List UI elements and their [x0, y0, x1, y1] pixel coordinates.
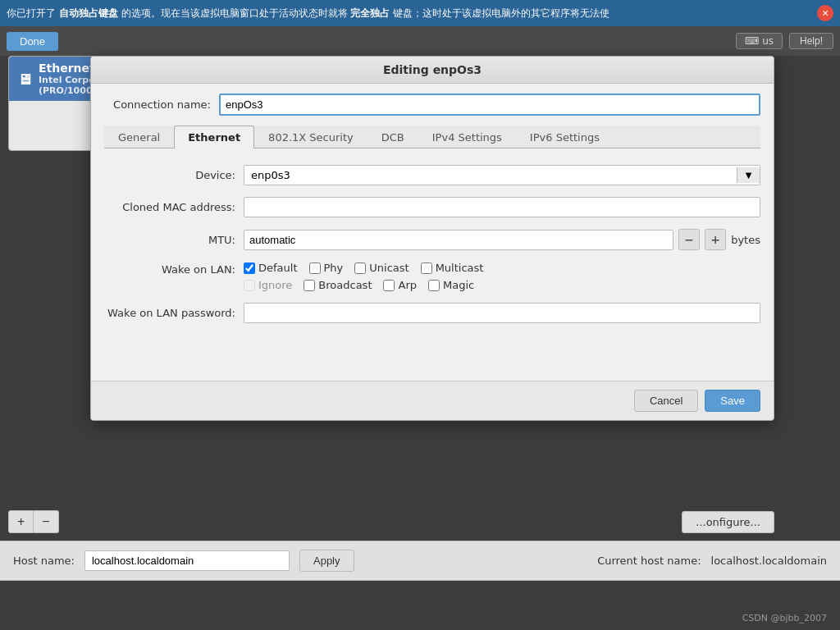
mtu-increment-button[interactable]: +: [705, 229, 726, 250]
keyboard-indicator: ⌨ us: [736, 33, 783, 49]
hostname-bar: Host name: Apply Current host name: loca…: [0, 541, 840, 581]
connection-name-row: Connection name:: [104, 94, 760, 116]
notif-bold2: 完全独占: [350, 7, 390, 19]
wake-on-lan-password-label: Wake on LAN password:: [104, 307, 235, 319]
wol-arp-checkbox[interactable]: Arp: [383, 279, 417, 291]
current-hostname-value: localhost.localdomain: [711, 555, 827, 567]
dialog-footer: Cancel Save: [91, 381, 774, 420]
cancel-button[interactable]: Cancel: [634, 390, 698, 412]
connection-name-label: Connection name:: [104, 98, 211, 111]
wake-on-lan-options: Default Phy Unicast Multicast: [244, 262, 483, 291]
device-select-text: enp0s3: [244, 166, 737, 185]
add-connection-button[interactable]: +: [8, 510, 34, 533]
cloned-mac-label: Cloned MAC address:: [104, 201, 235, 213]
wol-ignore-checkbox[interactable]: Ignore: [244, 279, 292, 291]
cloned-mac-input[interactable]: [244, 197, 760, 217]
device-select-wrapper[interactable]: enp0s3 ▼: [244, 165, 760, 185]
configure-button[interactable]: ...onfigure...: [682, 511, 774, 533]
tab-8021x-security[interactable]: 802.1X Security: [254, 126, 368, 148]
tab-ethernet[interactable]: Ethernet: [174, 126, 254, 148]
remove-connection-button[interactable]: −: [34, 510, 58, 533]
wol-phy-checkbox[interactable]: Phy: [309, 262, 344, 274]
add-remove-bar: + −: [8, 510, 59, 533]
device-label: Device:: [104, 169, 235, 181]
tab-ipv6-settings[interactable]: IPv6 Settings: [516, 126, 614, 148]
tab-general[interactable]: General: [104, 126, 174, 148]
dialog-spacer: [104, 338, 760, 371]
cloned-mac-row: Cloned MAC address:: [104, 197, 760, 217]
dialog-body: Connection name: General Ethernet 802.1X…: [91, 84, 774, 381]
connection-name-input[interactable]: [219, 94, 760, 116]
mtu-label: MTU:: [104, 234, 235, 246]
hostname-input[interactable]: [84, 550, 290, 571]
mtu-decrement-button[interactable]: −: [678, 229, 700, 250]
wake-on-lan-label: Wake on LAN:: [104, 263, 235, 276]
tab-dcb[interactable]: DCB: [368, 126, 418, 148]
wol-default-checkbox[interactable]: Default: [244, 262, 298, 274]
wake-on-lan-row: Wake on LAN: Default Phy Unicast: [104, 262, 760, 291]
keyboard-icon: ⌨: [745, 35, 759, 47]
device-row: Device: enp0s3 ▼: [104, 165, 760, 185]
footer-text: CSDN @bjbb_2007: [742, 613, 827, 623]
mtu-input[interactable]: [244, 230, 673, 250]
notification-text: 你已打开了 自动独占键盘 的选项。现在当该虚拟电脑窗口处于活动状态时就将 完全独…: [7, 7, 810, 21]
current-hostname-label: Current host name:: [597, 555, 701, 567]
apply-button[interactable]: Apply: [299, 550, 354, 572]
save-button[interactable]: Save: [705, 390, 760, 412]
wol-magic-checkbox[interactable]: Magic: [428, 279, 474, 291]
done-button[interactable]: Done: [7, 32, 58, 51]
keyboard-layout: us: [762, 35, 774, 47]
wake-on-lan-group2: Ignore Broadcast Arp Magic: [244, 279, 483, 291]
notification-bar: 你已打开了 自动独占键盘 的选项。现在当该虚拟电脑窗口处于活动状态时就将 完全独…: [0, 0, 840, 26]
hostname-label: Host name:: [13, 555, 75, 567]
wake-on-lan-group1: Default Phy Unicast Multicast: [244, 262, 483, 274]
wake-on-lan-password-input[interactable]: [244, 303, 760, 323]
mtu-wrapper: − + bytes: [244, 229, 760, 250]
tab-ipv4-settings[interactable]: IPv4 Settings: [418, 126, 516, 148]
mtu-unit-label: bytes: [731, 234, 760, 246]
wol-broadcast-checkbox[interactable]: Broadcast: [304, 279, 372, 291]
dialog-title: Editing enpOs3: [91, 57, 774, 84]
wol-unicast-checkbox[interactable]: Unicast: [354, 262, 409, 274]
toolbar: Done ⌨ us Help!: [0, 26, 840, 56]
dialog-tabs: General Ethernet 802.1X Security DCB IPv…: [104, 126, 760, 148]
mtu-row: MTU: − + bytes: [104, 229, 760, 250]
notif-bold1: 自动独占键盘: [59, 7, 118, 19]
help-button[interactable]: Help!: [789, 33, 833, 49]
network-header-icon: 🖥: [17, 71, 32, 88]
device-dropdown-button[interactable]: ▼: [737, 167, 760, 183]
wake-on-lan-password-row: Wake on LAN password:: [104, 303, 760, 323]
edit-connection-dialog: Editing enpOs3 Connection name: General …: [90, 56, 774, 421]
notification-close-button[interactable]: ✕: [817, 5, 833, 21]
ethernet-form: Device: enp0s3 ▼ Cloned MAC address: MTU…: [104, 162, 760, 338]
wol-multicast-checkbox[interactable]: Multicast: [421, 262, 484, 274]
